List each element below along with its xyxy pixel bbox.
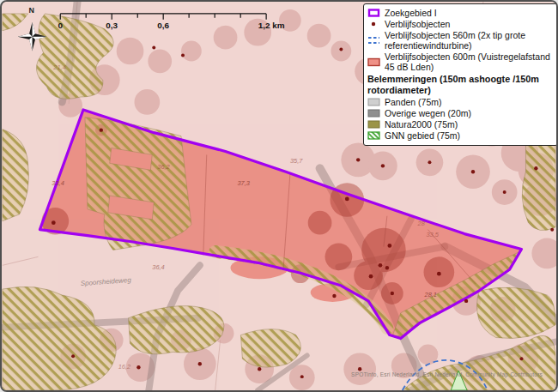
- area-label: 21,4: [52, 63, 65, 71]
- legend-item-panden: Panden (75m): [367, 97, 554, 107]
- legend-label: Verblijfsobjecten 600m (Vuistregelafstan…: [385, 51, 554, 72]
- legend-label: Zoekgebied I: [385, 8, 554, 18]
- scale-label-03: 0,3: [106, 21, 118, 30]
- residence-dot-icon: [367, 20, 381, 28]
- map-attribution: SPOTinfo, Esri Nederland, Esri Nederland…: [351, 371, 543, 377]
- north-label: N: [29, 6, 34, 15]
- legend-label: Verblijfsobjecten 560m (2x tip grote ref…: [385, 30, 554, 51]
- legend-label: Verblijfsobjecten: [385, 19, 554, 29]
- legend-item-560m: Verblijfsobjecten 560m (2x tip grote ref…: [367, 30, 554, 51]
- legend-item-gnn: GNN gebied (75m): [367, 130, 554, 141]
- dashed-line-icon: [367, 34, 381, 46]
- legend-item-verblijfsobjecten: Verblijfsobjecten: [367, 19, 554, 29]
- scale-label-06: 0,6: [157, 21, 169, 30]
- legend-label: Panden (75m): [385, 97, 554, 107]
- area-label: 37,3: [237, 179, 250, 187]
- panden-swatch-icon: [367, 98, 381, 106]
- area-label: 28: [417, 220, 426, 227]
- legend-item-600m: Verblijfsobjecten 600m (Vuistregelafstan…: [367, 51, 554, 72]
- map-window: 21,4 33,4 36,2 37,3 35,7 28 33,5 28,1 36…: [0, 0, 558, 392]
- area-label: 33,4: [52, 179, 64, 187]
- scale-label-12km: 1,2 km: [258, 21, 285, 30]
- area-label: 36,2: [157, 163, 170, 171]
- area-label: 16,2: [118, 363, 131, 371]
- area-label: 28,1: [424, 291, 437, 299]
- area-label: 35,7: [290, 157, 303, 165]
- gnn-swatch-icon: [367, 131, 381, 140]
- legend-item-overige-wegen: Overige wegen (20m): [367, 108, 554, 118]
- natura2000-swatch-icon: [367, 120, 381, 129]
- area-label: 36,4: [152, 263, 164, 271]
- legend-label: Overige wegen (20m): [385, 108, 554, 118]
- legend-label: GNN gebied (75m): [385, 130, 554, 141]
- scale-label-0: 0: [58, 21, 63, 30]
- zone-600m-swatch-icon: [367, 57, 381, 67]
- legend-heading: Belemmeringen (150m ashoogte /150m rotor…: [367, 74, 554, 95]
- area-label: 33,5: [426, 231, 439, 238]
- legend-panel: Zoekgebied I Verblijfsobjecten Verblijfs…: [363, 3, 558, 146]
- zoekgebied-swatch-icon: [367, 9, 381, 17]
- legend-item-zoekgebied: Zoekgebied I: [367, 8, 554, 18]
- legend-label: Natura2000 (75m): [385, 119, 554, 130]
- legend-item-natura2000: Natura2000 (75m): [367, 119, 554, 130]
- wegen-swatch-icon: [367, 109, 381, 118]
